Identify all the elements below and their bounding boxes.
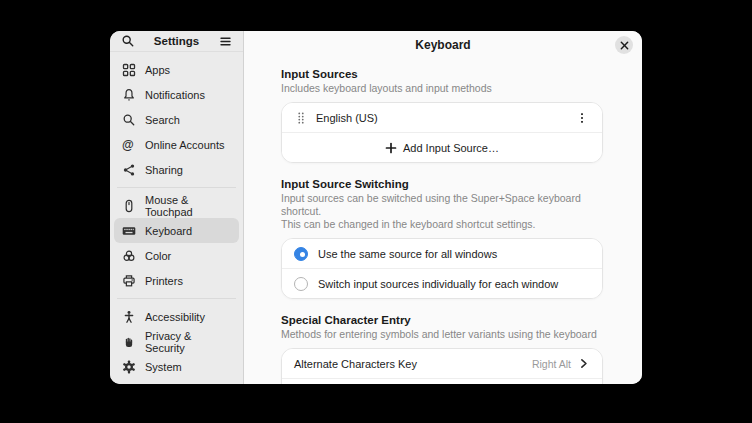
option-label: Use the same source for all windows <box>318 248 590 260</box>
sidebar-item-label: Mouse & Touchpad <box>145 194 231 218</box>
sidebar-item-label: Search <box>145 114 180 126</box>
sidebar: Settings Apps N <box>110 31 244 384</box>
per-window-option-row[interactable]: Switch input sources individually for ea… <box>282 269 602 298</box>
accessibility-icon <box>122 310 136 324</box>
add-input-source-button[interactable]: Add Input Source… <box>282 133 602 162</box>
drag-handle-icon[interactable] <box>294 111 308 125</box>
source-options-button[interactable] <box>574 110 590 126</box>
special-character-card: Alternate Characters Key Right Alt Compo… <box>281 348 603 384</box>
sidebar-group-divider <box>117 187 236 188</box>
sidebar-item-label: Printers <box>145 275 183 287</box>
sidebar-item-label: Keyboard <box>145 225 192 237</box>
sidebar-item-label: Privacy & Security <box>145 330 231 354</box>
sidebar-item-privacy-security[interactable]: Privacy & Security <box>114 329 239 354</box>
input-sources-card: English (US) Add <box>281 102 603 163</box>
sidebar-item-label: Notifications <box>145 89 205 101</box>
row-value: Right Alt <box>532 358 571 370</box>
share-icon <box>122 163 136 177</box>
row-label: Alternate Characters Key <box>294 358 532 370</box>
sidebar-item-label: System <box>145 361 182 373</box>
sidebar-item-sharing[interactable]: Sharing <box>114 157 239 182</box>
option-label: Switch input sources individually for ea… <box>318 278 590 290</box>
subtitle-line-2: This can be changed in the keyboard shor… <box>281 218 603 231</box>
desktop-background: Settings Apps N <box>0 0 752 423</box>
input-source-name: English (US) <box>316 112 574 124</box>
subtitle-line-1: Input sources can be switched using the … <box>281 192 603 218</box>
plus-icon <box>385 142 397 154</box>
add-input-source-label: Add Input Source… <box>403 142 499 154</box>
input-source-row[interactable]: English (US) <box>282 103 602 132</box>
sidebar-item-accessibility[interactable]: Accessibility <box>114 304 239 329</box>
sidebar-item-system[interactable]: System <box>114 354 239 379</box>
sidebar-title: Settings <box>154 35 199 47</box>
section-title: Input Sources <box>281 67 603 81</box>
keyboard-icon <box>122 224 136 238</box>
printer-icon <box>122 274 136 288</box>
sidebar-group-divider <box>117 298 236 299</box>
special-character-entry-section: Special Character Entry Methods for ente… <box>281 313 603 384</box>
page-title: Keyboard <box>415 38 470 52</box>
color-icon <box>122 249 136 263</box>
hand-icon <box>122 335 136 349</box>
sidebar-item-label: Apps <box>145 64 170 76</box>
sidebar-item-mouse-touchpad[interactable]: Mouse & Touchpad <box>114 193 239 218</box>
search-icon <box>122 113 136 127</box>
mouse-icon <box>122 199 136 213</box>
sidebar-item-printers[interactable]: Printers <box>114 268 239 293</box>
sidebar-item-keyboard[interactable]: Keyboard <box>114 218 239 243</box>
input-source-switching-section: Input Source Switching Input sources can… <box>281 177 603 299</box>
sidebar-headerbar: Settings <box>110 31 243 52</box>
section-subtitle: Includes keyboard layouts and input meth… <box>281 82 603 95</box>
search-button[interactable] <box>119 32 137 50</box>
search-icon <box>121 34 135 48</box>
gear-icon <box>122 360 136 374</box>
hamburger-menu-icon <box>219 35 232 48</box>
section-subtitle: Input sources can be switched using the … <box>281 192 603 231</box>
keyboard-settings-content: Input Sources Includes keyboard layouts … <box>244 59 642 384</box>
sidebar-item-label: Online Accounts <box>145 139 225 151</box>
main-headerbar: Keyboard <box>244 31 642 59</box>
at-icon: @ <box>122 138 136 152</box>
section-title: Input Source Switching <box>281 177 603 191</box>
alternate-characters-key-row[interactable]: Alternate Characters Key Right Alt <box>282 349 602 378</box>
sidebar-item-online-accounts[interactable]: @ Online Accounts <box>114 132 239 157</box>
apps-grid-icon <box>122 63 136 77</box>
sidebar-item-label: Color <box>145 250 171 262</box>
close-window-button[interactable] <box>615 36 633 54</box>
main-panel: Keyboard Input Sources Includes keyboard… <box>244 31 642 384</box>
settings-window: Settings Apps N <box>110 31 642 384</box>
main-menu-button[interactable] <box>216 32 234 50</box>
radio-unselected-icon[interactable] <box>294 277 308 291</box>
same-source-option-row[interactable]: Use the same source for all windows <box>282 239 602 268</box>
sidebar-item-search[interactable]: Search <box>114 107 239 132</box>
radio-selected-icon[interactable] <box>294 247 308 261</box>
close-icon <box>620 41 629 50</box>
bell-icon <box>122 88 136 102</box>
input-sources-section: Input Sources Includes keyboard layouts … <box>281 67 603 163</box>
sidebar-item-label: Accessibility <box>145 311 205 323</box>
section-subtitle: Methods for entering symbols and letter … <box>281 328 603 341</box>
section-title: Special Character Entry <box>281 313 603 327</box>
sidebar-nav: Apps Notifications Search @ Online A <box>110 52 243 384</box>
chevron-right-icon <box>577 357 590 370</box>
compose-key-row[interactable]: Compose Key Disabled <box>282 379 602 384</box>
switching-card: Use the same source for all windows Swit… <box>281 238 603 299</box>
sidebar-item-color[interactable]: Color <box>114 243 239 268</box>
sidebar-item-label: Sharing <box>145 164 183 176</box>
sidebar-item-notifications[interactable]: Notifications <box>114 82 239 107</box>
sidebar-item-apps[interactable]: Apps <box>114 57 239 82</box>
kebab-menu-icon <box>575 111 589 125</box>
